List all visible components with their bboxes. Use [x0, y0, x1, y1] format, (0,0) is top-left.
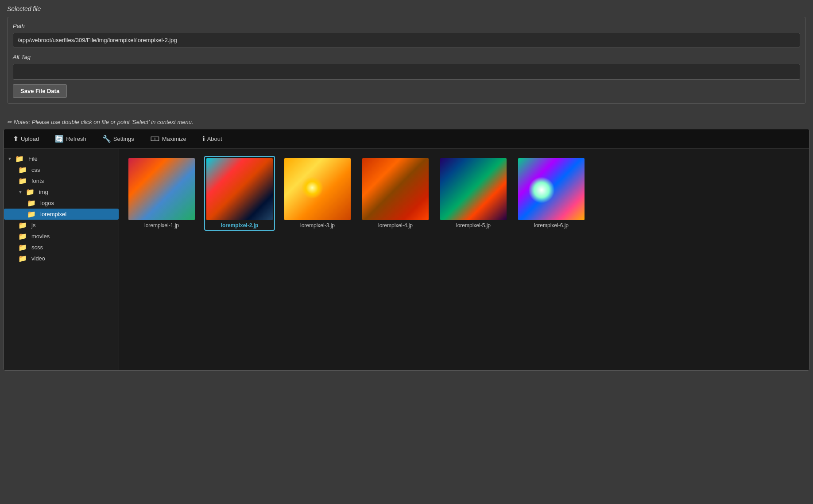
file-thumb-label: lorempixel-6.jp — [534, 222, 569, 229]
tree-item-label: video — [31, 255, 45, 262]
tree-item-label: js — [31, 222, 35, 229]
file-thumb-lp6[interactable]: lorempixel-6.jp — [516, 156, 587, 231]
tree-item-label: logos — [40, 200, 54, 206]
tree-item-label: movies — [31, 233, 50, 240]
refresh-button[interactable]: 🔄 Refresh — [51, 133, 90, 145]
tree-item-movies[interactable]: 📁movies — [4, 231, 119, 242]
file-thumb-lp2[interactable]: lorempixel-2.jp — [204, 156, 275, 231]
file-thumb-label: lorempixel-4.jp — [378, 222, 413, 229]
fm-toolbar: ⬆ Upload 🔄 Refresh 🔧 Settings 🀱 Maximize… — [4, 129, 809, 149]
fm-tree: ▼📁File📁css📁fonts▼📁img📁logos📁lorempixel📁j… — [4, 149, 119, 370]
thumb-image-lp3 — [284, 158, 351, 220]
upload-button[interactable]: ⬆ Upload — [9, 133, 43, 145]
folder-icon: 📁 — [27, 199, 36, 207]
about-label: About — [207, 136, 222, 142]
folder-icon: 📁 — [18, 243, 27, 252]
fm-body: ▼📁File📁css📁fonts▼📁img📁logos📁lorempixel📁j… — [4, 149, 809, 370]
file-thumb-lp3[interactable]: lorempixel-3.jp — [282, 156, 353, 231]
thumb-image-lp1 — [128, 158, 195, 220]
path-input[interactable] — [13, 33, 800, 47]
file-manager: ⬆ Upload 🔄 Refresh 🔧 Settings 🀱 Maximize… — [4, 129, 809, 371]
maximize-icon: 🀱 — [150, 135, 160, 143]
file-info-box: Path Alt Tag Save File Data — [7, 17, 806, 104]
tree-item-scss[interactable]: 📁scss — [4, 242, 119, 253]
selected-file-label: Selected file — [7, 5, 806, 12]
maximize-button[interactable]: 🀱 Maximize — [147, 133, 190, 145]
folder-icon: 📁 — [15, 155, 24, 163]
folder-icon: 📁 — [27, 210, 36, 218]
tree-item-js[interactable]: 📁js — [4, 220, 119, 231]
tree-item-lorempixel[interactable]: 📁lorempixel — [4, 209, 119, 220]
file-thumb-label: lorempixel-2.jp — [221, 222, 259, 229]
folder-icon: 📁 — [18, 254, 27, 263]
file-thumb-lp1[interactable]: lorempixel-1.jp — [126, 156, 197, 231]
file-thumb-label: lorempixel-5.jp — [456, 222, 491, 229]
top-panel: Selected file Path Alt Tag Save File Dat… — [0, 0, 813, 116]
folder-icon: 📁 — [18, 166, 27, 174]
settings-button[interactable]: 🔧 Settings — [99, 133, 138, 145]
about-icon: ℹ — [202, 135, 205, 143]
file-grid: lorempixel-1.jplorempixel-2.jplorempixel… — [126, 156, 802, 231]
tree-item-label: fonts — [31, 178, 44, 184]
file-thumb-lp4[interactable]: lorempixel-4.jp — [360, 156, 431, 231]
thumb-image-lp5 — [440, 158, 507, 220]
file-thumb-label: lorempixel-3.jp — [300, 222, 335, 229]
thumb-image-lp6 — [518, 158, 585, 220]
tree-item-label: lorempixel — [40, 211, 66, 217]
thumb-image-lp4 — [362, 158, 429, 220]
file-thumb-lp5[interactable]: lorempixel-5.jp — [438, 156, 509, 231]
folder-icon: 📁 — [18, 177, 27, 185]
tree-item-css[interactable]: 📁css — [4, 164, 119, 175]
collapse-icon: ▼ — [8, 156, 12, 161]
folder-icon: 📁 — [18, 221, 27, 229]
tree-item-label: scss — [31, 244, 43, 251]
tree-item-label: File — [28, 155, 38, 162]
file-thumb-label: lorempixel-1.jp — [144, 222, 179, 229]
folder-icon: 📁 — [26, 188, 35, 196]
tree-item-img[interactable]: ▼📁img — [4, 186, 119, 198]
tree-item-file[interactable]: ▼📁File — [4, 153, 119, 164]
tree-item-video[interactable]: 📁video — [4, 253, 119, 264]
settings-icon: 🔧 — [102, 135, 111, 143]
notes-text: Notes: Please use double click on file o… — [14, 119, 194, 125]
settings-label: Settings — [113, 136, 134, 142]
thumb-image-lp2 — [206, 158, 273, 220]
save-file-data-button[interactable]: Save File Data — [13, 84, 67, 98]
tree-item-label: css — [31, 167, 40, 173]
folder-icon: 📁 — [18, 232, 27, 240]
alt-tag-label: Alt Tag — [13, 54, 800, 60]
collapse-icon: ▼ — [18, 190, 23, 194]
upload-icon: ⬆ — [13, 135, 19, 143]
tree-item-label: img — [39, 189, 48, 195]
refresh-label: Refresh — [66, 136, 86, 142]
refresh-icon: 🔄 — [55, 135, 64, 143]
upload-label: Upload — [21, 136, 39, 142]
tree-item-logos[interactable]: 📁logos — [4, 198, 119, 209]
alt-tag-input[interactable] — [13, 64, 800, 80]
notes-bar: Notes: Please use double click on file o… — [0, 116, 813, 129]
path-label: Path — [13, 23, 800, 29]
maximize-label: Maximize — [162, 136, 186, 142]
fm-content: lorempixel-1.jplorempixel-2.jplorempixel… — [119, 149, 809, 370]
about-button[interactable]: ℹ About — [199, 133, 226, 145]
tree-item-fonts[interactable]: 📁fonts — [4, 175, 119, 186]
